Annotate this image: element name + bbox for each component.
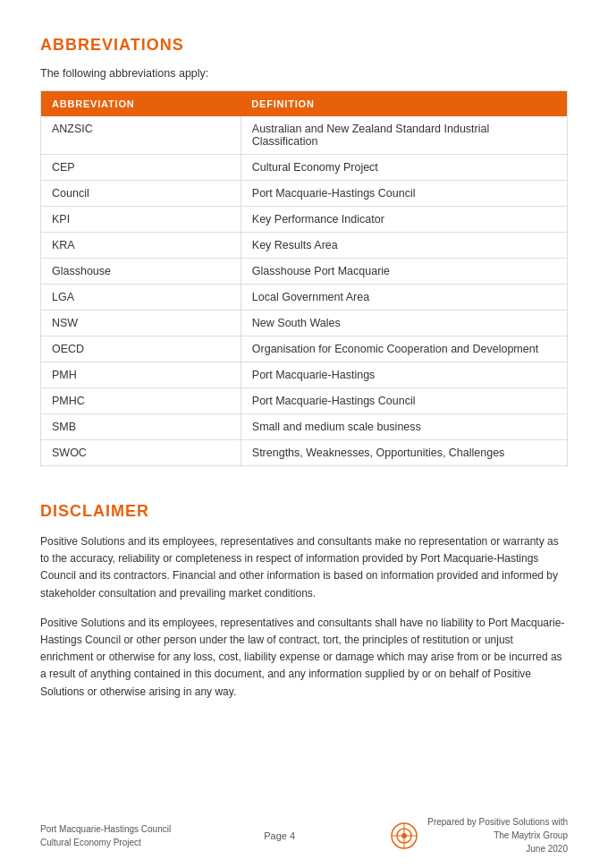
footer-right-text: Prepared by Positive Solutions with The …	[427, 815, 568, 855]
definition-cell: Strengths, Weaknesses, Opportunities, Ch…	[241, 440, 567, 466]
page-content: ABBREVIATIONS The following abbreviation…	[0, 0, 608, 785]
definition-cell: Port Macquarie-Hastings	[241, 362, 567, 388]
footer-date: June 2020	[427, 842, 568, 855]
disclaimer-title: DISCLAIMER	[40, 502, 568, 521]
footer-org-name: Port Macquarie-Hastings Council	[40, 822, 171, 836]
abbrev-cell: OECD	[41, 336, 241, 362]
table-row: LGALocal Government Area	[41, 285, 568, 311]
abbrev-cell: PMHC	[41, 388, 241, 414]
table-row: KPIKey Performance Indicator	[41, 207, 568, 233]
table-header-row: ABBREVIATION DEFINITION	[41, 91, 568, 117]
footer-company: The Maytrix Group	[427, 829, 568, 842]
table-row: GlasshouseGlasshouse Port Macquarie	[41, 259, 568, 285]
disclaimer-paragraph-2: Positive Solutions and its employees, re…	[40, 615, 568, 701]
abbreviations-title: ABBREVIATIONS	[40, 36, 568, 55]
definition-cell: Australian and New Zealand Standard Indu…	[241, 116, 567, 155]
col-abbreviation-header: ABBREVIATION	[41, 91, 241, 117]
table-row: SWOCStrengths, Weaknesses, Opportunities…	[41, 440, 568, 466]
abbrev-cell: SMB	[41, 414, 241, 440]
definition-cell: Glasshouse Port Macquarie	[241, 259, 567, 285]
abbrev-cell: CEP	[41, 155, 241, 181]
disclaimer-section: DISCLAIMER Positive Solutions and its em…	[40, 502, 568, 701]
abbrev-cell: KRA	[41, 233, 241, 259]
footer-page-number: Page 4	[264, 830, 295, 841]
abbrev-cell: SWOC	[41, 440, 241, 466]
footer-project-name: Cultural Economy Project	[40, 836, 171, 849]
definition-cell: Small and medium scale business	[241, 414, 567, 440]
table-row: KRAKey Results Area	[41, 233, 568, 259]
definition-cell: New South Wales	[241, 311, 567, 336]
definition-cell: Key Results Area	[241, 233, 567, 259]
col-definition-header: DEFINITION	[241, 91, 567, 117]
table-row: SMBSmall and medium scale business	[41, 414, 568, 440]
abbrev-cell: LGA	[41, 285, 241, 311]
abbrev-cell: NSW	[41, 311, 241, 336]
definition-cell: Port Macquarie-Hastings Council	[241, 181, 567, 207]
abbrev-cell: Glasshouse	[41, 259, 241, 285]
abbreviations-section: ABBREVIATIONS The following abbreviation…	[40, 36, 568, 466]
table-row: CouncilPort Macquarie-Hastings Council	[41, 181, 568, 207]
definition-cell: Cultural Economy Project	[241, 155, 567, 181]
abbrev-cell: Council	[41, 181, 241, 207]
definition-cell: Organisation for Economic Cooperation an…	[241, 336, 567, 362]
logo-icon	[388, 820, 420, 852]
table-row: OECDOrganisation for Economic Cooperatio…	[41, 336, 568, 362]
footer-left: Port Macquarie-Hastings Council Cultural…	[40, 822, 171, 849]
footer-prepared-by: Prepared by Positive Solutions with	[427, 815, 568, 829]
table-row: CEPCultural Economy Project	[41, 155, 568, 181]
table-row: NSWNew South Wales	[41, 311, 568, 336]
abbreviations-table: ABBREVIATION DEFINITION ANZSICAustralian…	[40, 90, 568, 466]
abbrev-cell: PMH	[41, 362, 241, 388]
abbrev-cell: KPI	[41, 207, 241, 233]
definition-cell: Key Performance Indicator	[241, 207, 567, 233]
disclaimer-paragraph-1: Positive Solutions and its employees, re…	[40, 533, 568, 602]
page-footer: Port Macquarie-Hastings Council Cultural…	[0, 806, 608, 868]
table-row: PMHPort Macquarie-Hastings	[41, 362, 568, 388]
abbrev-cell: ANZSIC	[41, 116, 241, 155]
definition-cell: Port Macquarie-Hastings Council	[241, 388, 567, 414]
footer-right: Prepared by Positive Solutions with The …	[388, 815, 568, 855]
definition-cell: Local Government Area	[241, 285, 567, 311]
table-row: PMHCPort Macquarie-Hastings Council	[41, 388, 568, 414]
intro-text: The following abbreviations apply:	[40, 67, 568, 80]
table-row: ANZSICAustralian and New Zealand Standar…	[41, 116, 568, 155]
